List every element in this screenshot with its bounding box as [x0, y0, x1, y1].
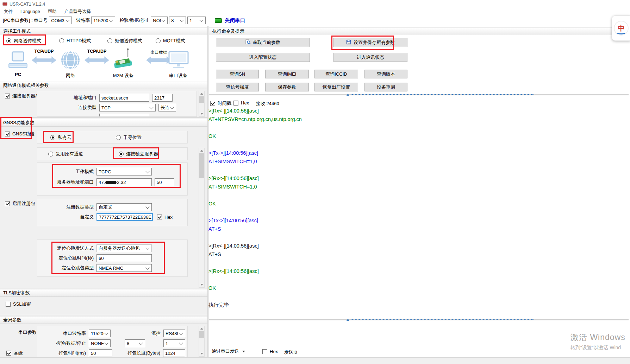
- scroll-up-button[interactable]: [199, 91, 204, 96]
- scroll-down-button[interactable]: [199, 282, 204, 287]
- reg-type-select[interactable]: 自定义: [96, 203, 152, 211]
- custom-hex-checkbox[interactable]: Hex: [157, 215, 173, 220]
- global-parity-select[interactable]: NONE: [89, 339, 111, 347]
- flow-control-select[interactable]: RS485: [163, 330, 185, 337]
- log-line: [208, 191, 557, 199]
- radio-reuse-channel[interactable]: 复用原有通道: [48, 151, 83, 157]
- gnss-work-mode-label: 工作模式: [37, 168, 96, 175]
- query-imei-button[interactable]: 查询IMEI: [265, 70, 309, 78]
- conn-keep-select[interactable]: 长连接: [158, 104, 176, 111]
- section-title: 选择工作模式: [3, 28, 31, 34]
- menu-bar: 文件 Language 帮助 产品型号选择: [0, 8, 630, 15]
- baud-rate-label: 波特率: [76, 17, 90, 24]
- title-bar: USR-CAT1 V1.2.4: [0, 0, 630, 8]
- address-port-label: 地址和端口: [37, 95, 99, 101]
- timestamp-checkbox[interactable]: 时间戳: [210, 100, 231, 107]
- set-save-all-params-button[interactable]: 设置并保存所有参数: [333, 38, 407, 47]
- sent-count: 发送:0: [284, 349, 297, 356]
- device-reboot-button[interactable]: 设备重启: [364, 83, 407, 91]
- menu-item-help[interactable]: 帮助: [44, 9, 61, 15]
- radio-independent-server[interactable]: 连接独立服务器: [119, 151, 158, 157]
- global-baud-select[interactable]: 115200: [89, 330, 111, 337]
- splitter-handle[interactable]: [350, 319, 534, 321]
- splitter-collapse-icon[interactable]: [347, 319, 349, 321]
- radio-net-transparent-mode[interactable]: 网络透传模式: [6, 38, 41, 44]
- com-port-select[interactable]: COM3: [49, 17, 72, 24]
- scroll-up-button[interactable]: [199, 148, 204, 153]
- log-output[interactable]: >[Rx<-][14:00:56][asc]AT+NTPSVR=cn.ntp.o…: [208, 107, 557, 318]
- radio-mqtt-mode[interactable]: MQTT模式: [156, 38, 185, 44]
- server-a-port-input[interactable]: 2317: [152, 94, 173, 102]
- clipped-input[interactable]: [99, 114, 149, 117]
- checkbox-label: Hex: [241, 100, 249, 106]
- log-line: [208, 258, 557, 267]
- stop-bits-select[interactable]: 1: [187, 17, 206, 24]
- hb-time-input[interactable]: 60: [96, 254, 152, 262]
- radio-private-cloud[interactable]: 私有云: [50, 134, 71, 141]
- gnss-work-mode-select[interactable]: TCPC: [96, 168, 152, 175]
- global-stop-bits-select[interactable]: 1: [163, 339, 185, 347]
- network-globe-icon: [61, 50, 80, 71]
- window-title: USR-CAT1 V1.2.4: [10, 2, 45, 7]
- get-current-params-button[interactable]: 获取当前参数: [216, 38, 310, 47]
- server-a-address-input[interactable]: socket.usr.cn: [99, 94, 149, 102]
- hb-type-select[interactable]: NMEA RMC: [96, 264, 152, 272]
- radio-qianxun-location[interactable]: 千寻位置: [116, 134, 142, 141]
- gnss-server-label: 服务器地址和端口: [37, 179, 96, 185]
- parity-select[interactable]: NONI: [151, 17, 168, 24]
- save-params-button[interactable]: 保存参数: [265, 83, 309, 91]
- ime-language-icon[interactable]: 中: [612, 15, 630, 41]
- splitter-handle[interactable]: [350, 94, 534, 96]
- send-hex-checkbox[interactable]: Hex: [262, 349, 278, 354]
- global-data-bits-select[interactable]: 8: [125, 339, 145, 347]
- menu-item-language[interactable]: Language: [17, 9, 44, 14]
- enter-config-state-button[interactable]: 进入配置状态: [216, 53, 310, 62]
- ssl-checkbox[interactable]: SSL加密: [6, 301, 31, 307]
- server-a-checkbox[interactable]: 连接服务器A: [5, 93, 38, 99]
- query-signal-button[interactable]: 查信号强度: [216, 83, 259, 91]
- scroll-thumb[interactable]: [199, 331, 204, 338]
- pack-len-input[interactable]: 1024: [163, 349, 185, 357]
- log-hex-checkbox[interactable]: Hex: [233, 100, 249, 106]
- status-bar: [0, 357, 630, 364]
- enter-comm-state-button[interactable]: 进入通讯状态: [333, 53, 407, 62]
- button-label: 进入配置状态: [249, 54, 277, 60]
- custom-data-input[interactable]: 7777772E7573722E636E: [96, 213, 153, 221]
- scrollbar[interactable]: [199, 148, 205, 288]
- menu-item-product-model[interactable]: 产品型号选择: [61, 9, 95, 15]
- scroll-thumb[interactable]: [199, 96, 204, 103]
- pack-time-input[interactable]: 50: [89, 349, 112, 357]
- query-version-button[interactable]: 查询版本: [364, 70, 407, 78]
- radio-label: 短信透传模式: [115, 38, 142, 44]
- conn-type-select[interactable]: TCP: [99, 104, 156, 111]
- baud-rate-select[interactable]: 115200: [91, 17, 115, 24]
- query-iccid-button[interactable]: 查询ICCID: [314, 70, 358, 78]
- floppy-disk-icon: [346, 39, 351, 46]
- data-bits-select[interactable]: 8: [169, 17, 186, 24]
- scroll-down-button[interactable]: [199, 351, 204, 356]
- menu-item-file[interactable]: 文件: [0, 9, 17, 15]
- scroll-down-button[interactable]: [199, 111, 204, 116]
- radio-httpd-mode[interactable]: HTTPD模式: [59, 38, 91, 44]
- gnss-server-port-input[interactable]: 50: [155, 178, 174, 186]
- log-line: 执行完毕: [208, 301, 557, 309]
- node-label: 网络: [61, 72, 80, 79]
- gnss-server-ip-input[interactable]: 47.2.32: [96, 178, 152, 186]
- factory-reset-button[interactable]: 恢复出厂设置: [314, 83, 358, 91]
- scrollbar[interactable]: [199, 91, 205, 117]
- scroll-thumb[interactable]: [199, 153, 204, 178]
- splitter-collapse-icon[interactable]: [347, 94, 349, 96]
- advanced-checkbox[interactable]: 高级: [6, 350, 23, 356]
- gnss-server-box: 工作模式 TCPC 服务器地址和端口 47.2.32 50: [37, 162, 188, 196]
- input-value: 50: [157, 180, 162, 185]
- close-serial-button[interactable]: 关闭串口: [215, 17, 245, 24]
- scrollbar[interactable]: [199, 326, 205, 357]
- query-sn-button[interactable]: 查询SN: [216, 70, 259, 78]
- register-packet-checkbox[interactable]: 启用注册包: [5, 200, 35, 207]
- radio-sms-transparent-mode[interactable]: 短信透传模式: [107, 38, 142, 44]
- gnss-enable-checkbox[interactable]: GNSS功能: [5, 131, 35, 137]
- send-via-serial-button[interactable]: 通过串口发送: [212, 348, 245, 355]
- log-line: >[Rx<-][14:00:56][asc]: [208, 174, 557, 183]
- input-value: socket.usr.cn: [101, 95, 128, 101]
- scroll-up-button[interactable]: [199, 326, 204, 331]
